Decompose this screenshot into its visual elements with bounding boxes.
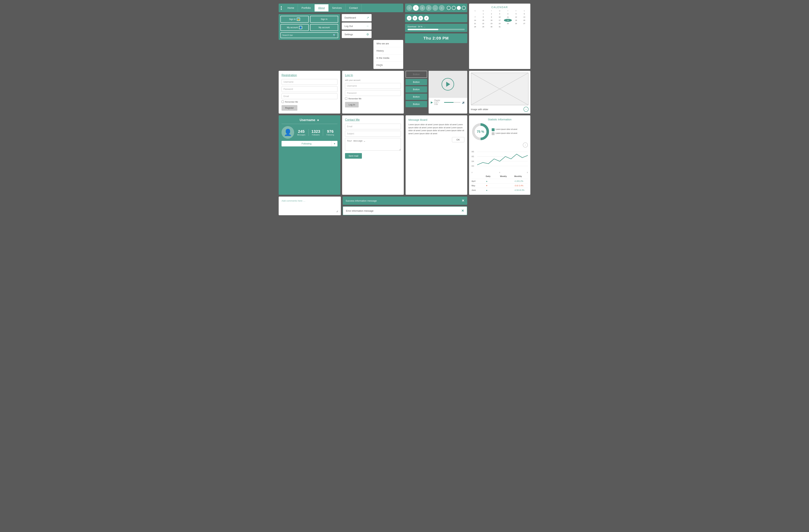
login-password-input[interactable] <box>345 90 401 96</box>
followers-stat: 1323 Followers <box>311 129 323 136</box>
login-title: Log In <box>345 74 401 77</box>
cal-day-31[interactable]: 31 <box>496 25 504 28</box>
search-button[interactable]: 🔍 <box>331 33 338 38</box>
cal-day-6[interactable]: 6 <box>520 12 528 15</box>
slider-next-button[interactable]: › <box>523 107 529 112</box>
settings-button[interactable]: Settings ⚙ <box>342 31 372 38</box>
logout-button[interactable]: Log Out → <box>342 22 372 30</box>
cal-day-25[interactable]: 25 <box>504 22 512 25</box>
panel-btn-3[interactable]: Botton <box>406 86 427 92</box>
nav-portfolio[interactable]: Portfolio <box>298 4 314 12</box>
cal-day-1[interactable]: 1 <box>479 12 487 15</box>
messages-count: 245 <box>296 129 306 134</box>
step-2[interactable]: 2 <box>413 16 417 20</box>
prev-page-button[interactable]: < <box>407 5 412 11</box>
login-username-input[interactable] <box>345 83 401 89</box>
play-button[interactable] <box>442 78 454 91</box>
panel-btn-5[interactable]: Botton <box>406 101 427 107</box>
nav-about[interactable]: About <box>315 4 329 12</box>
stats-next-button[interactable]: › <box>523 142 528 147</box>
cal-day-14[interactable]: 14 <box>471 19 479 22</box>
cal-day-19[interactable]: 19 <box>512 19 520 22</box>
cal-day-2[interactable]: 2 <box>487 12 496 15</box>
cal-day-13[interactable]: 13 <box>520 16 528 18</box>
follow-dropdown-button[interactable]: ▼ <box>331 141 338 146</box>
contact-subject-input[interactable] <box>345 131 401 137</box>
comment-placeholder[interactable]: Add comments here … <box>281 199 338 202</box>
cal-day-29[interactable]: 29 <box>479 25 487 28</box>
cal-day-15[interactable]: 15 <box>479 19 487 22</box>
april-trend-icon: ▲ <box>486 180 499 182</box>
cal-day-17[interactable]: 17 <box>496 19 504 22</box>
menu-who-we-are[interactable]: Who we are <box>374 40 403 47</box>
page-1-button[interactable]: 1 <box>413 5 419 11</box>
login-button[interactable]: Log In <box>345 102 359 107</box>
nav-contact[interactable]: Contact <box>346 4 362 12</box>
reg-username-input[interactable] <box>281 79 338 85</box>
reg-email-input[interactable] <box>281 93 338 99</box>
send-mail-button[interactable]: Sent mail <box>345 153 362 159</box>
menu-in-the-media[interactable]: In the media <box>374 54 403 61</box>
cal-day-30[interactable]: 30 <box>487 25 496 28</box>
nav-home[interactable]: Home <box>284 4 298 12</box>
panel-btn-1[interactable]: Botton <box>406 71 427 78</box>
cal-day-16[interactable]: 16 <box>487 19 496 22</box>
cal-day-22[interactable]: 22 <box>479 22 487 25</box>
success-close-button[interactable]: ✕ <box>462 199 464 203</box>
reg-remember-checkbox[interactable] <box>281 101 284 103</box>
sign-in-button-1[interactable]: Sign In 🔒 <box>280 16 309 23</box>
cal-day-5[interactable]: 5 <box>512 12 520 15</box>
cal-day-10[interactable]: 10 <box>496 16 504 18</box>
step-radio-3[interactable] <box>457 6 461 10</box>
follow-row: Following ▼ <box>281 141 338 146</box>
panel-btn-4[interactable]: Botton <box>406 94 427 100</box>
cal-day-28[interactable]: 28 <box>471 25 479 28</box>
menu-faqs[interactable]: FAQS <box>374 61 403 69</box>
cal-day-11[interactable]: 11 <box>504 16 512 18</box>
cal-day-18[interactable]: 18 <box>504 19 512 22</box>
reg-password-input[interactable] <box>281 86 338 92</box>
step-3[interactable]: 3 <box>418 16 423 20</box>
step-radio-1[interactable] <box>447 6 451 10</box>
cal-day-8[interactable]: 8 <box>479 16 487 18</box>
login-remember-checkbox[interactable] <box>345 97 347 100</box>
following-button[interactable]: Following <box>281 141 331 146</box>
cal-day-12[interactable]: 12 <box>512 16 520 18</box>
cal-day-26[interactable]: 26 <box>512 22 520 25</box>
my-account-button-1[interactable]: My account 👤 <box>280 24 309 31</box>
search-input[interactable] <box>281 33 331 38</box>
step-4[interactable]: 4 <box>424 16 429 20</box>
step-radio-4[interactable] <box>462 6 466 10</box>
step-radio-2[interactable] <box>452 6 456 10</box>
cal-day-7[interactable]: 7 <box>471 16 479 18</box>
contact-email-input[interactable] <box>345 124 401 129</box>
cal-day-21[interactable]: 21 <box>471 22 479 25</box>
cal-day-20[interactable]: 20 <box>520 19 528 22</box>
cal-day-23[interactable]: 23 <box>487 22 496 25</box>
contact-message-input[interactable] <box>345 138 401 150</box>
my-account-button-2[interactable]: My account <box>310 24 338 31</box>
next-page-button[interactable]: > <box>439 5 445 11</box>
dashboard-button[interactable]: Dashboard ↗ <box>342 14 372 21</box>
register-button[interactable]: Register <box>281 105 297 111</box>
error-close-button[interactable]: ✕ <box>461 209 464 213</box>
cal-day-24[interactable]: 24 <box>496 22 504 25</box>
panel-btn-2[interactable]: Botton <box>406 79 427 85</box>
volume-icon[interactable]: 🔊 <box>462 101 465 104</box>
page-dots-button[interactable]: … <box>432 5 438 11</box>
page-3-button[interactable]: 3 <box>426 5 432 11</box>
menu-history[interactable]: History <box>374 47 403 54</box>
cal-day-4[interactable]: 4 <box>504 12 512 15</box>
sign-in-button-2[interactable]: Sign In <box>310 16 338 23</box>
cal-day-3[interactable]: 3 <box>496 12 504 15</box>
cal-day-9[interactable]: 9 <box>487 16 496 18</box>
nav-dots-icon[interactable] <box>279 6 284 10</box>
page-2-button[interactable]: 2 <box>419 5 425 11</box>
nav-services[interactable]: Services <box>328 4 346 12</box>
video-track[interactable] <box>444 102 461 103</box>
cal-day-27[interactable]: 27 <box>520 22 528 25</box>
ok-button[interactable]: OK <box>452 137 464 142</box>
ctrl-play-button[interactable]: ▶ <box>431 101 433 104</box>
nav-bar: Home Portfolio About Services Contact <box>279 4 403 12</box>
step-1[interactable]: 1 <box>407 16 412 20</box>
